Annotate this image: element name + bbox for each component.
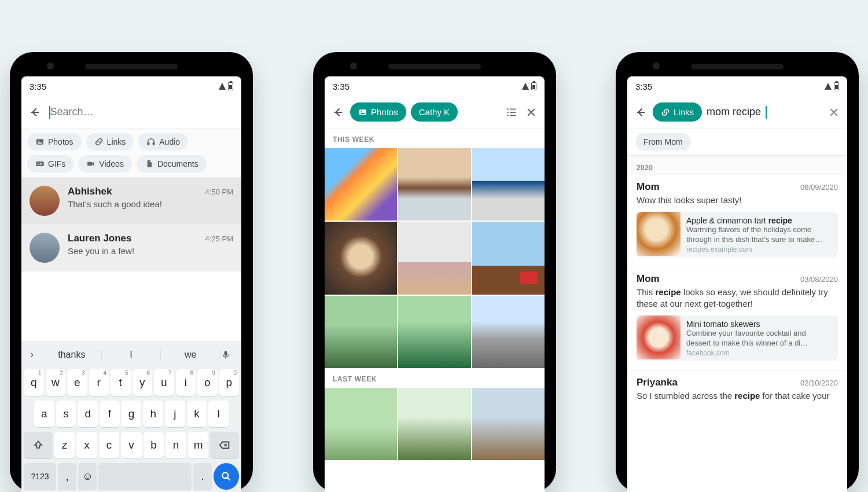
key-i[interactable]: 8i: [176, 369, 196, 396]
key-g[interactable]: g: [122, 401, 142, 427]
key-period[interactable]: .: [193, 463, 212, 490]
key-c[interactable]: c: [99, 432, 120, 458]
photo-thumbnail[interactable]: [398, 148, 470, 221]
screen: 3:35 Links mom recipe From Mom 2020 Mom: [627, 76, 847, 492]
key-y[interactable]: 6y: [133, 369, 153, 396]
photo-thumbnail[interactable]: [325, 148, 397, 221]
screen: 3:35 Photos Links: [21, 76, 241, 492]
key-z[interactable]: z: [54, 432, 75, 458]
key-q[interactable]: 1q: [24, 369, 44, 396]
chat-item[interactable]: Abhishek 4:50 PM That's such a good idea…: [21, 178, 241, 225]
keyboard-row-1: 1q 2w 3e 4r 5t 6y 7u 8i 9o 0p: [21, 367, 241, 398]
key-p[interactable]: 0p: [219, 369, 240, 396]
photo-grid-this-week: [325, 148, 545, 368]
photo-thumbnail[interactable]: [325, 388, 397, 460]
active-filter-photos[interactable]: Photos: [350, 102, 406, 122]
chat-time: 4:50 PM: [205, 188, 233, 196]
key-l[interactable]: l: [208, 401, 229, 427]
chip-from-mom[interactable]: From Mom: [635, 133, 691, 150]
close-icon[interactable]: [524, 105, 539, 120]
key-backspace[interactable]: [210, 432, 239, 458]
chevron-right-icon[interactable]: ›: [21, 348, 42, 361]
key-m[interactable]: m: [188, 432, 209, 458]
link-description: Warming flavors of the holidays come thr…: [686, 225, 832, 244]
suggestion[interactable]: I: [102, 350, 161, 360]
search-result[interactable]: Mom 06/09/2020 Wow this looks super tast…: [627, 175, 847, 267]
chip-label: Photos: [48, 137, 73, 146]
key-e[interactable]: 3e: [67, 369, 87, 396]
chip-photos[interactable]: Photos: [27, 133, 82, 150]
key-x[interactable]: x: [76, 432, 97, 458]
key-o[interactable]: 9o: [197, 369, 218, 396]
search-input-wrapper[interactable]: [49, 106, 234, 119]
key-search[interactable]: [214, 463, 239, 490]
keyboard-row-2: a s d f g h j k l: [21, 398, 241, 429]
key-comma[interactable]: ,: [58, 463, 76, 490]
search-result[interactable]: Priyanka 02/10/2020 So I stumbled across…: [627, 371, 847, 402]
key-space[interactable]: [98, 463, 192, 490]
key-b[interactable]: b: [144, 432, 164, 458]
chip-label: Documents: [157, 159, 198, 168]
photo-thumbnail[interactable]: [472, 148, 545, 221]
mic-icon[interactable]: [220, 350, 241, 360]
photo-thumbnail[interactable]: [325, 222, 397, 294]
key-n[interactable]: n: [165, 432, 186, 458]
search-input[interactable]: [50, 106, 235, 118]
photo-thumbnail[interactable]: [398, 222, 470, 294]
link-preview-card[interactable]: Mini tomato skewers Combine your favouri…: [637, 315, 838, 361]
suggestion[interactable]: thanks: [42, 350, 102, 360]
link-preview-card[interactable]: Apple & cinnamon tart recipe Warming fla…: [637, 212, 838, 258]
key-emoji[interactable]: ☺: [78, 463, 97, 490]
chat-item[interactable]: Lauren Jones 4:25 PM See you in a few!: [21, 225, 241, 271]
search-input[interactable]: mom recipe: [707, 106, 822, 119]
chip-documents[interactable]: Documents: [137, 155, 207, 172]
photo-thumbnail[interactable]: [472, 388, 545, 460]
key-w[interactable]: 2w: [46, 369, 66, 396]
svg-point-11: [507, 108, 509, 110]
key-r[interactable]: 4r: [89, 369, 109, 396]
chip-gifs[interactable]: GIF GIFs: [27, 155, 73, 172]
link-host: recipes.example.com: [686, 245, 832, 254]
pill-label: Links: [674, 107, 694, 117]
key-shift[interactable]: [24, 432, 53, 458]
chip-videos[interactable]: Videos: [78, 155, 132, 172]
back-arrow-icon[interactable]: [633, 105, 648, 120]
chip-links[interactable]: Links: [86, 133, 134, 150]
photo-thumbnail[interactable]: [472, 296, 545, 368]
photo-grid-last-week: [325, 388, 545, 460]
active-filter-contact[interactable]: Cathy K: [411, 102, 458, 122]
key-t[interactable]: 5t: [111, 369, 131, 396]
link-thumbnail: [637, 212, 681, 256]
photo-thumbnail[interactable]: [398, 296, 470, 368]
photo-thumbnail[interactable]: [325, 296, 397, 368]
key-d[interactable]: d: [78, 401, 98, 427]
photo-thumbnail[interactable]: [398, 388, 470, 460]
photo-thumbnail[interactable]: [472, 222, 545, 294]
result-sender: Mom: [637, 273, 660, 285]
key-f[interactable]: f: [100, 401, 120, 427]
chip-audio[interactable]: Audio: [138, 133, 188, 150]
chip-label: GIFs: [48, 159, 65, 168]
result-date: 06/09/2020: [800, 183, 838, 192]
suggestion[interactable]: we: [161, 350, 220, 360]
key-a[interactable]: a: [34, 401, 54, 427]
status-bar: 3:35: [627, 76, 847, 96]
chat-time: 4:25 PM: [205, 234, 233, 243]
year-divider: 2020: [627, 156, 847, 175]
back-arrow-icon[interactable]: [330, 105, 345, 120]
key-j[interactable]: j: [165, 401, 185, 427]
list-view-icon[interactable]: [504, 105, 519, 120]
key-u[interactable]: 7u: [154, 369, 174, 396]
key-h[interactable]: h: [143, 401, 163, 427]
link-thumbnail: [637, 315, 681, 359]
key-symbols[interactable]: ?123: [24, 463, 56, 490]
key-k[interactable]: k: [187, 401, 207, 427]
key-v[interactable]: v: [121, 432, 142, 458]
active-filter-links[interactable]: Links: [653, 102, 702, 122]
section-last-week: LAST WEEK: [325, 368, 545, 388]
search-result[interactable]: Mom 03/08/2020 This recipe looks so easy…: [627, 267, 847, 371]
close-icon[interactable]: [826, 105, 841, 120]
phone-links-results: 3:35 Links mom recipe From Mom 2020 Mom: [616, 52, 859, 492]
key-s[interactable]: s: [56, 401, 76, 427]
back-arrow-icon[interactable]: [28, 106, 41, 119]
